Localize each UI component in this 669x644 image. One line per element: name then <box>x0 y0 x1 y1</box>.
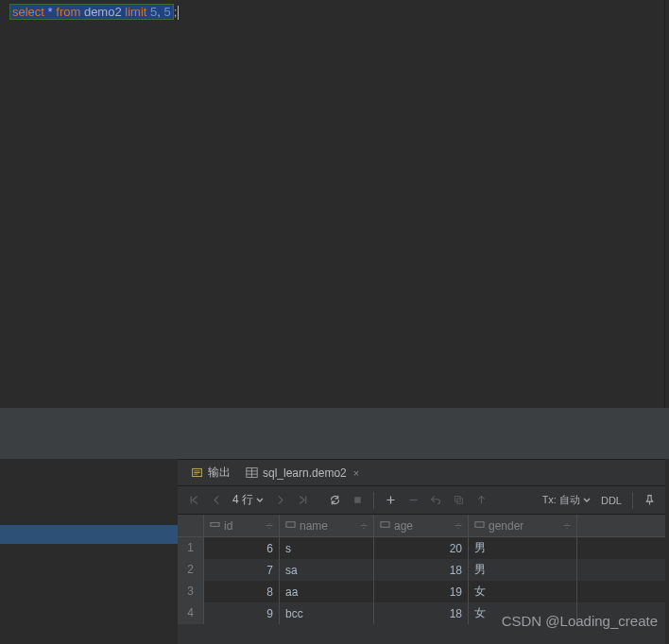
result-table: 1 2 3 4 id÷ name÷ age÷ gender÷ 6 s 20 男 … <box>178 515 665 624</box>
kw-star: * <box>48 5 53 19</box>
sql-editor[interactable]: select * from demo2 limit 5, 5; <box>0 0 665 408</box>
key-icon <box>210 519 220 533</box>
cell-gender[interactable]: 男 <box>469 559 577 581</box>
comma: , <box>157 5 161 19</box>
cell-id[interactable]: 7 <box>204 559 280 581</box>
revert-button[interactable] <box>425 490 446 511</box>
sort-icon: ÷ <box>360 518 368 534</box>
column-header-age[interactable]: age÷ <box>374 515 469 537</box>
cell-gender[interactable]: 女 <box>469 602 577 624</box>
cell-id[interactable]: 8 <box>204 581 280 602</box>
column-icon <box>285 519 296 533</box>
tab-output-label: 输出 <box>208 465 231 481</box>
table-row[interactable]: 6 s 20 男 <box>204 537 665 559</box>
table-row[interactable]: 8 aa 19 女 <box>204 581 665 602</box>
separator <box>632 492 633 509</box>
cell-name[interactable]: bcc <box>280 602 374 624</box>
cell-age[interactable]: 19 <box>374 581 469 602</box>
row-number-gutter: 1 2 3 4 <box>178 515 204 624</box>
side-highlight <box>0 525 178 544</box>
panel-divider <box>0 408 669 459</box>
gutter-header <box>178 515 204 537</box>
pin-button[interactable] <box>639 490 660 511</box>
table-name: demo2 <box>84 5 122 19</box>
prev-page-button[interactable] <box>206 490 227 511</box>
row-number[interactable]: 3 <box>178 581 204 602</box>
cell-gender[interactable]: 男 <box>469 537 577 559</box>
next-page-button[interactable] <box>269 490 290 511</box>
cell-age[interactable]: 18 <box>374 602 469 624</box>
semi: ; <box>174 5 178 19</box>
stop-button[interactable] <box>347 490 368 511</box>
cell-name[interactable]: s <box>280 537 374 559</box>
result-tabs: 输出 sql_learn.demo2 × <box>178 460 665 486</box>
cell-id[interactable]: 9 <box>204 602 280 624</box>
ddl-button[interactable]: DDL <box>596 495 626 506</box>
result-panel: 输出 sql_learn.demo2 × 4 行 Tx: 自动 DDL 1 <box>178 459 665 644</box>
sort-icon: ÷ <box>455 518 462 534</box>
svg-rect-2 <box>354 497 361 503</box>
commit-button[interactable] <box>471 490 491 511</box>
refresh-button[interactable] <box>324 490 345 511</box>
svg-rect-5 <box>211 523 219 527</box>
cell-age[interactable]: 18 <box>374 559 469 581</box>
cell-name[interactable]: sa <box>280 559 374 581</box>
first-page-button[interactable] <box>183 490 204 511</box>
row-number[interactable]: 4 <box>178 602 204 624</box>
num-2: 5 <box>164 5 171 19</box>
table-row[interactable]: 7 sa 18 男 <box>204 559 665 581</box>
code-line[interactable]: select * from demo2 limit 5, 5; <box>0 0 664 24</box>
tab-output[interactable]: 输出 <box>183 460 238 485</box>
tx-mode-dropdown[interactable]: Tx: 自动 <box>539 493 594 507</box>
result-toolbar: 4 行 Tx: 自动 DDL <box>178 486 665 515</box>
separator <box>373 492 374 509</box>
column-header-name[interactable]: name÷ <box>280 515 374 537</box>
caret <box>178 6 179 20</box>
row-count-label: 4 行 <box>229 492 267 508</box>
cell-id[interactable]: 6 <box>204 537 280 559</box>
column-header-row: id÷ name÷ age÷ gender÷ <box>204 515 665 537</box>
chevron-down-icon <box>583 497 591 504</box>
cell-age[interactable]: 20 <box>374 537 469 559</box>
kw-from: from <box>56 5 80 19</box>
cell-name[interactable]: aa <box>280 581 374 602</box>
grid-body: 6 s 20 男 7 sa 18 男 8 aa 19 女 <box>204 537 665 624</box>
cell-gender[interactable]: 女 <box>469 581 577 602</box>
clone-row-button[interactable] <box>448 490 469 511</box>
output-icon <box>191 466 203 479</box>
last-page-button[interactable] <box>292 490 313 511</box>
data-grid: id÷ name÷ age÷ gender÷ 6 s 20 男 7 sa 18 … <box>204 515 665 624</box>
tab-dataset[interactable]: sql_learn.demo2 × <box>238 460 367 485</box>
svg-rect-7 <box>381 522 389 528</box>
row-number[interactable]: 2 <box>178 559 204 581</box>
row-number[interactable]: 1 <box>178 537 204 559</box>
sort-icon: ÷ <box>266 518 273 534</box>
table-icon <box>246 466 258 479</box>
column-header-gender[interactable]: gender÷ <box>469 515 577 537</box>
chevron-down-icon <box>256 497 264 504</box>
add-row-button[interactable] <box>380 490 401 511</box>
column-icon <box>380 519 390 533</box>
kw-select: select <box>12 5 44 19</box>
sort-icon: ÷ <box>563 518 571 534</box>
column-header-id[interactable]: id÷ <box>204 515 280 537</box>
tab-dataset-label: sql_learn.demo2 <box>263 466 347 480</box>
svg-rect-6 <box>286 522 295 528</box>
kw-limit: limit <box>125 5 146 19</box>
close-icon[interactable]: × <box>353 467 359 479</box>
remove-row-button[interactable] <box>403 490 423 511</box>
svg-rect-8 <box>475 522 484 528</box>
table-row[interactable]: 9 bcc 18 女 <box>204 602 665 624</box>
column-icon <box>474 519 485 533</box>
